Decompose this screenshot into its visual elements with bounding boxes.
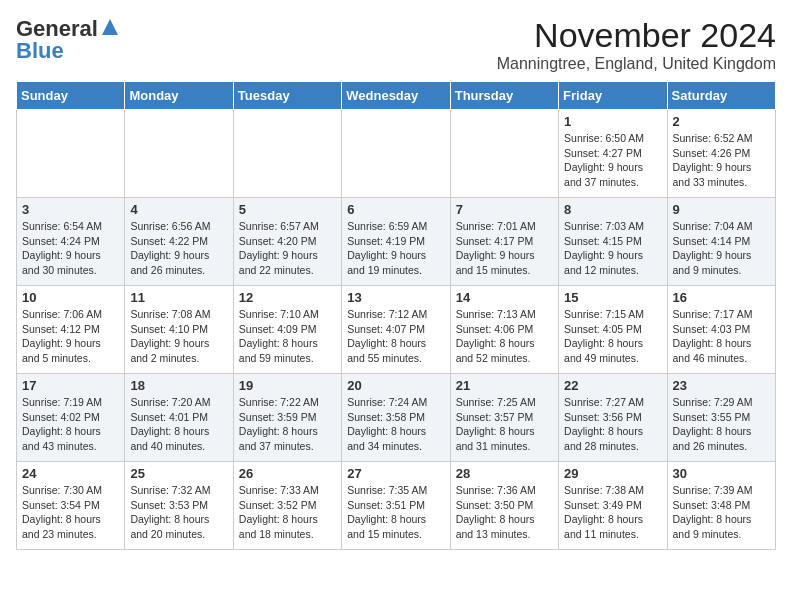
header-day-friday: Friday — [559, 82, 667, 110]
calendar-cell: 19Sunrise: 7:22 AM Sunset: 3:59 PM Dayli… — [233, 374, 341, 462]
week-row-2: 3Sunrise: 6:54 AM Sunset: 4:24 PM Daylig… — [17, 198, 776, 286]
day-info: Sunrise: 7:36 AM Sunset: 3:50 PM Dayligh… — [456, 483, 553, 542]
calendar-cell: 27Sunrise: 7:35 AM Sunset: 3:51 PM Dayli… — [342, 462, 450, 550]
day-info: Sunrise: 7:03 AM Sunset: 4:15 PM Dayligh… — [564, 219, 661, 278]
calendar-cell: 3Sunrise: 6:54 AM Sunset: 4:24 PM Daylig… — [17, 198, 125, 286]
header-day-monday: Monday — [125, 82, 233, 110]
week-row-5: 24Sunrise: 7:30 AM Sunset: 3:54 PM Dayli… — [17, 462, 776, 550]
day-info: Sunrise: 6:52 AM Sunset: 4:26 PM Dayligh… — [673, 131, 770, 190]
calendar-cell: 29Sunrise: 7:38 AM Sunset: 3:49 PM Dayli… — [559, 462, 667, 550]
day-info: Sunrise: 7:15 AM Sunset: 4:05 PM Dayligh… — [564, 307, 661, 366]
day-number: 20 — [347, 378, 444, 393]
day-number: 8 — [564, 202, 661, 217]
calendar-header: SundayMondayTuesdayWednesdayThursdayFrid… — [17, 82, 776, 110]
calendar-cell: 22Sunrise: 7:27 AM Sunset: 3:56 PM Dayli… — [559, 374, 667, 462]
calendar-cell — [17, 110, 125, 198]
calendar-table: SundayMondayTuesdayWednesdayThursdayFrid… — [16, 81, 776, 550]
day-info: Sunrise: 7:29 AM Sunset: 3:55 PM Dayligh… — [673, 395, 770, 454]
week-row-1: 1Sunrise: 6:50 AM Sunset: 4:27 PM Daylig… — [17, 110, 776, 198]
calendar-cell: 17Sunrise: 7:19 AM Sunset: 4:02 PM Dayli… — [17, 374, 125, 462]
day-number: 23 — [673, 378, 770, 393]
day-info: Sunrise: 7:19 AM Sunset: 4:02 PM Dayligh… — [22, 395, 119, 454]
day-info: Sunrise: 6:54 AM Sunset: 4:24 PM Dayligh… — [22, 219, 119, 278]
day-info: Sunrise: 7:27 AM Sunset: 3:56 PM Dayligh… — [564, 395, 661, 454]
day-number: 18 — [130, 378, 227, 393]
day-number: 13 — [347, 290, 444, 305]
day-number: 1 — [564, 114, 661, 129]
logo-icon — [100, 17, 120, 37]
header-day-wednesday: Wednesday — [342, 82, 450, 110]
svg-marker-0 — [102, 19, 118, 35]
day-number: 6 — [347, 202, 444, 217]
calendar-cell: 9Sunrise: 7:04 AM Sunset: 4:14 PM Daylig… — [667, 198, 775, 286]
day-info: Sunrise: 7:20 AM Sunset: 4:01 PM Dayligh… — [130, 395, 227, 454]
header-day-saturday: Saturday — [667, 82, 775, 110]
day-number: 11 — [130, 290, 227, 305]
day-info: Sunrise: 7:38 AM Sunset: 3:49 PM Dayligh… — [564, 483, 661, 542]
day-info: Sunrise: 7:06 AM Sunset: 4:12 PM Dayligh… — [22, 307, 119, 366]
day-number: 25 — [130, 466, 227, 481]
calendar-cell: 5Sunrise: 6:57 AM Sunset: 4:20 PM Daylig… — [233, 198, 341, 286]
day-number: 26 — [239, 466, 336, 481]
day-number: 27 — [347, 466, 444, 481]
day-number: 24 — [22, 466, 119, 481]
page-header: General Blue November 2024 Manningtree, … — [16, 16, 776, 73]
day-number: 15 — [564, 290, 661, 305]
day-info: Sunrise: 7:08 AM Sunset: 4:10 PM Dayligh… — [130, 307, 227, 366]
day-number: 17 — [22, 378, 119, 393]
logo-blue-text: Blue — [16, 38, 64, 64]
calendar-cell: 11Sunrise: 7:08 AM Sunset: 4:10 PM Dayli… — [125, 286, 233, 374]
calendar-cell — [125, 110, 233, 198]
calendar-cell: 1Sunrise: 6:50 AM Sunset: 4:27 PM Daylig… — [559, 110, 667, 198]
day-info: Sunrise: 7:04 AM Sunset: 4:14 PM Dayligh… — [673, 219, 770, 278]
day-number: 2 — [673, 114, 770, 129]
day-info: Sunrise: 7:17 AM Sunset: 4:03 PM Dayligh… — [673, 307, 770, 366]
day-info: Sunrise: 7:25 AM Sunset: 3:57 PM Dayligh… — [456, 395, 553, 454]
day-number: 7 — [456, 202, 553, 217]
week-row-4: 17Sunrise: 7:19 AM Sunset: 4:02 PM Dayli… — [17, 374, 776, 462]
week-row-3: 10Sunrise: 7:06 AM Sunset: 4:12 PM Dayli… — [17, 286, 776, 374]
calendar-cell: 20Sunrise: 7:24 AM Sunset: 3:58 PM Dayli… — [342, 374, 450, 462]
day-info: Sunrise: 7:33 AM Sunset: 3:52 PM Dayligh… — [239, 483, 336, 542]
day-info: Sunrise: 7:13 AM Sunset: 4:06 PM Dayligh… — [456, 307, 553, 366]
day-info: Sunrise: 7:12 AM Sunset: 4:07 PM Dayligh… — [347, 307, 444, 366]
calendar-cell: 25Sunrise: 7:32 AM Sunset: 3:53 PM Dayli… — [125, 462, 233, 550]
day-number: 21 — [456, 378, 553, 393]
calendar-cell: 26Sunrise: 7:33 AM Sunset: 3:52 PM Dayli… — [233, 462, 341, 550]
calendar-cell — [233, 110, 341, 198]
header-day-thursday: Thursday — [450, 82, 558, 110]
calendar-cell: 28Sunrise: 7:36 AM Sunset: 3:50 PM Dayli… — [450, 462, 558, 550]
day-number: 22 — [564, 378, 661, 393]
day-number: 29 — [564, 466, 661, 481]
day-info: Sunrise: 6:50 AM Sunset: 4:27 PM Dayligh… — [564, 131, 661, 190]
calendar-cell: 30Sunrise: 7:39 AM Sunset: 3:48 PM Dayli… — [667, 462, 775, 550]
calendar-cell: 8Sunrise: 7:03 AM Sunset: 4:15 PM Daylig… — [559, 198, 667, 286]
title-area: November 2024 Manningtree, England, Unit… — [497, 16, 776, 73]
calendar-cell: 18Sunrise: 7:20 AM Sunset: 4:01 PM Dayli… — [125, 374, 233, 462]
calendar-cell: 24Sunrise: 7:30 AM Sunset: 3:54 PM Dayli… — [17, 462, 125, 550]
calendar-cell: 6Sunrise: 6:59 AM Sunset: 4:19 PM Daylig… — [342, 198, 450, 286]
calendar-cell: 7Sunrise: 7:01 AM Sunset: 4:17 PM Daylig… — [450, 198, 558, 286]
day-info: Sunrise: 7:10 AM Sunset: 4:09 PM Dayligh… — [239, 307, 336, 366]
header-day-tuesday: Tuesday — [233, 82, 341, 110]
day-number: 4 — [130, 202, 227, 217]
day-info: Sunrise: 7:24 AM Sunset: 3:58 PM Dayligh… — [347, 395, 444, 454]
calendar-cell: 4Sunrise: 6:56 AM Sunset: 4:22 PM Daylig… — [125, 198, 233, 286]
calendar-cell: 16Sunrise: 7:17 AM Sunset: 4:03 PM Dayli… — [667, 286, 775, 374]
day-info: Sunrise: 6:57 AM Sunset: 4:20 PM Dayligh… — [239, 219, 336, 278]
calendar-cell — [450, 110, 558, 198]
calendar-cell: 2Sunrise: 6:52 AM Sunset: 4:26 PM Daylig… — [667, 110, 775, 198]
day-number: 19 — [239, 378, 336, 393]
calendar-cell: 13Sunrise: 7:12 AM Sunset: 4:07 PM Dayli… — [342, 286, 450, 374]
header-day-sunday: Sunday — [17, 82, 125, 110]
day-info: Sunrise: 7:01 AM Sunset: 4:17 PM Dayligh… — [456, 219, 553, 278]
header-row: SundayMondayTuesdayWednesdayThursdayFrid… — [17, 82, 776, 110]
logo: General Blue — [16, 16, 120, 64]
calendar-cell: 10Sunrise: 7:06 AM Sunset: 4:12 PM Dayli… — [17, 286, 125, 374]
day-number: 5 — [239, 202, 336, 217]
calendar-cell: 15Sunrise: 7:15 AM Sunset: 4:05 PM Dayli… — [559, 286, 667, 374]
day-number: 3 — [22, 202, 119, 217]
location-title: Manningtree, England, United Kingdom — [497, 55, 776, 73]
day-number: 28 — [456, 466, 553, 481]
calendar-cell — [342, 110, 450, 198]
